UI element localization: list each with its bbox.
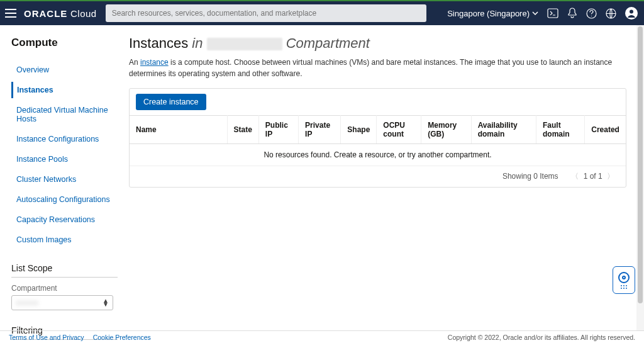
- nav-item-overview[interactable]: Overview: [11, 62, 118, 78]
- sidebar: Compute Overview Instances Dedicated Vir…: [0, 25, 129, 330]
- help-floating-button[interactable]: [613, 266, 635, 294]
- title-in: in: [192, 35, 203, 51]
- page-description: An instance is a compute host. Choose be…: [129, 57, 626, 79]
- cloud-shell-icon[interactable]: [547, 8, 558, 18]
- topbar-right: Singapore (Singapore): [447, 7, 638, 20]
- compartment-select[interactable]: xxxxxx ▲▼: [11, 295, 113, 310]
- scrollbar[interactable]: [636, 25, 644, 330]
- desc-prefix: An: [129, 58, 140, 67]
- chevron-updown-icon: ▲▼: [103, 299, 109, 306]
- col-name[interactable]: Name: [130, 116, 227, 144]
- brand-light: Cloud: [70, 8, 97, 19]
- empty-message: No resources found. Create a resource, o…: [130, 144, 626, 166]
- nav-item-cluster-networks[interactable]: Cluster Networks: [11, 171, 118, 188]
- list-scope-heading: List Scope: [11, 263, 118, 278]
- redacted-compartment-name: [207, 38, 282, 50]
- drag-handle-icon: [621, 285, 627, 289]
- search-input[interactable]: [106, 4, 426, 22]
- pager: Showing 0 Items 〈 1 of 1 〉: [130, 166, 626, 188]
- svg-rect-0: [548, 9, 558, 18]
- col-ocpu[interactable]: OCPU count: [377, 116, 421, 144]
- nav-item-instance-configs[interactable]: Instance Configurations: [11, 131, 118, 147]
- chevron-down-icon: [532, 11, 538, 15]
- profile-icon[interactable]: [625, 7, 638, 20]
- col-created[interactable]: Created: [585, 116, 626, 144]
- instances-table: Name State Public IP Private IP Shape OC…: [130, 115, 626, 187]
- instances-panel: Create instance Name State Public IP Pri…: [129, 88, 626, 188]
- col-fd[interactable]: Fault domain: [536, 116, 585, 144]
- col-ad[interactable]: Availability domain: [471, 116, 536, 144]
- footer: Terms of Use and Privacy Cookie Preferen…: [0, 330, 644, 343]
- nav-item-dedicated-hosts[interactable]: Dedicated Virtual Machine Hosts: [11, 102, 118, 127]
- brand-logo: ORACLE Cloud: [24, 8, 97, 19]
- page-title: Instances in Compartment: [129, 35, 626, 52]
- nav-item-instance-pools[interactable]: Instance Pools: [11, 151, 118, 167]
- brand-bold: ORACLE: [24, 8, 67, 19]
- scroll-thumb[interactable]: [638, 26, 643, 303]
- nav-list: Overview Instances Dedicated Virtual Mac…: [11, 62, 118, 248]
- col-public-ip[interactable]: Public IP: [258, 116, 298, 144]
- nav-item-autoscaling[interactable]: Autoscaling Configurations: [11, 191, 118, 208]
- globe-icon[interactable]: [606, 8, 616, 19]
- panel-toolbar: Create instance: [130, 89, 626, 115]
- footer-copyright: Copyright © 2022, Oracle and/or its affi…: [448, 334, 635, 341]
- pager-prev-icon[interactable]: 〈: [571, 172, 579, 181]
- pager-text: Showing 0 Items: [502, 172, 558, 181]
- help-icon[interactable]: [586, 8, 597, 19]
- create-instance-button[interactable]: Create instance: [136, 94, 206, 110]
- lifebuoy-icon: [618, 272, 630, 283]
- nav-item-capacity-res[interactable]: Capacity Reservations: [11, 211, 118, 228]
- nav-item-custom-images[interactable]: Custom Images: [11, 232, 118, 248]
- instance-link[interactable]: instance: [140, 58, 169, 67]
- col-shape[interactable]: Shape: [341, 116, 377, 144]
- main-content: Instances in Compartment An instance is …: [129, 25, 644, 330]
- svg-point-4: [630, 10, 633, 14]
- notifications-icon[interactable]: [567, 8, 577, 19]
- compartment-value: xxxxxx: [16, 298, 38, 307]
- sidebar-title: Compute: [11, 37, 118, 49]
- col-memory[interactable]: Memory (GB): [421, 116, 471, 144]
- col-state[interactable]: State: [227, 116, 258, 144]
- region-selector[interactable]: Singapore (Singapore): [447, 9, 538, 18]
- pager-range: 1 of 1: [584, 172, 602, 181]
- topbar: ORACLE Cloud Singapore (Singapore): [0, 0, 644, 25]
- footer-cookie-link[interactable]: Cookie Preferences: [93, 334, 151, 341]
- nav-item-instances[interactable]: Instances: [11, 82, 118, 98]
- region-label: Singapore (Singapore): [447, 9, 530, 18]
- col-private-ip[interactable]: Private IP: [299, 116, 341, 144]
- desc-suffix: is a compute host. Choose between virtua…: [129, 58, 612, 78]
- pager-next-icon[interactable]: 〉: [607, 172, 614, 181]
- hamburger-menu-icon[interactable]: [5, 9, 16, 18]
- title-compartment: Compartment: [286, 35, 370, 51]
- compartment-label: Compartment: [11, 284, 118, 293]
- title-main: Instances: [129, 35, 188, 51]
- footer-terms-link[interactable]: Terms of Use and Privacy: [9, 334, 84, 341]
